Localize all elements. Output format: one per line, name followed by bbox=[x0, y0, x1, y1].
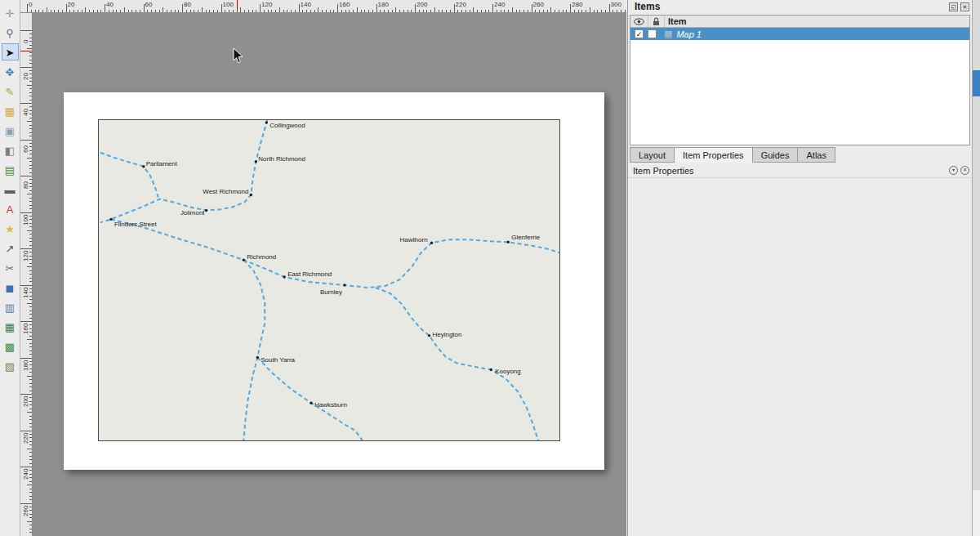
ruler-top-label: 80 bbox=[184, 1, 191, 8]
edit-nodes-icon[interactable]: ✎ bbox=[2, 83, 19, 100]
edit-table-icon[interactable]: ▨ bbox=[2, 357, 19, 374]
ruler-left-label: 120 bbox=[22, 251, 29, 261]
ruler-top-label: 60 bbox=[145, 1, 153, 8]
ruler-top-label: 280 bbox=[572, 1, 582, 8]
properties-collapse-button[interactable]: ▾ bbox=[949, 166, 958, 175]
station-label: Flinders Street bbox=[114, 221, 158, 228]
station-dot bbox=[310, 402, 312, 404]
map-item-icon: ▦ bbox=[664, 29, 672, 38]
ruler-top-label: 180 bbox=[378, 1, 389, 8]
ruler-left: 020406080100120140160180200220240260 bbox=[20, 13, 33, 536]
station-label: Jolimont bbox=[180, 209, 205, 217]
layout-page[interactable]: CollingwoodParliamentNorth RichmondWest … bbox=[64, 92, 604, 470]
ruler-top-label: 40 bbox=[106, 1, 114, 8]
ruler-left-label: 20 bbox=[22, 73, 29, 80]
tab-item-properties[interactable]: Item Properties bbox=[675, 147, 753, 163]
layout-toolbar: ✛⚲➤✥✎▦▣◧▤▬A★↗✂◼▥▦▩▨ bbox=[0, 0, 20, 536]
station-dot bbox=[205, 209, 207, 212]
items-list: ✓▦Map 1 bbox=[630, 28, 969, 40]
ruler-top-label: 120 bbox=[261, 1, 272, 8]
layout-canvas[interactable]: CollingwoodParliamentNorth RichmondWest … bbox=[33, 13, 626, 536]
station-dot bbox=[265, 121, 268, 123]
southeast-branch-line bbox=[376, 288, 538, 440]
add-arrow-icon[interactable]: ↗ bbox=[2, 239, 19, 257]
add-3d-map-icon[interactable]: ◧ bbox=[2, 141, 19, 159]
collapsed-panel-tab[interactable] bbox=[973, 70, 980, 96]
ruler-top-label: 140 bbox=[301, 1, 311, 8]
item-properties-title: Item Properties bbox=[628, 163, 972, 178]
ruler-left-label: 100 bbox=[22, 214, 29, 225]
add-legend-icon[interactable]: ▤ bbox=[2, 161, 19, 178]
ruler-left-label: 240 bbox=[22, 469, 29, 480]
pan-icon[interactable]: ✛ bbox=[2, 4, 19, 21]
right-dock-strip bbox=[972, 0, 980, 536]
ruler-top-label: 240 bbox=[494, 1, 505, 8]
item-column-header: Item bbox=[665, 16, 969, 27]
ruler-top-label: 0 bbox=[29, 1, 32, 8]
move-item-content-icon[interactable]: ✥ bbox=[2, 63, 19, 80]
station-dot bbox=[343, 284, 345, 286]
items-close-button[interactable]: ✕ bbox=[960, 2, 969, 11]
add-label-icon[interactable]: A bbox=[2, 200, 19, 217]
ruler-left-label: 220 bbox=[22, 432, 29, 443]
tab-guides[interactable]: Guides bbox=[753, 147, 799, 163]
ruler-left-label: 160 bbox=[22, 324, 29, 334]
ruler-left-label: 40 bbox=[22, 109, 29, 116]
station-label: Glenferrie bbox=[511, 234, 541, 241]
zoom-icon[interactable]: ⚲ bbox=[2, 24, 19, 41]
add-fixed-table-icon[interactable]: ▩ bbox=[2, 337, 19, 355]
ruler-top: 0204060801001201401601802002202402602803… bbox=[20, 0, 626, 13]
add-picture-icon[interactable]: ▣ bbox=[2, 122, 19, 139]
station-label: Collingwood bbox=[270, 122, 305, 129]
north-rail-line bbox=[100, 120, 267, 222]
station-dot bbox=[428, 334, 430, 337]
properties-close-button[interactable]: ✕ bbox=[960, 166, 969, 175]
station-dot bbox=[507, 241, 510, 243]
ruler-top-label: 220 bbox=[456, 1, 466, 8]
map-svg: CollingwoodParliamentNorth RichmondWest … bbox=[99, 120, 559, 440]
tab-layout[interactable]: Layout bbox=[630, 147, 675, 163]
add-node-item-icon[interactable]: ✂ bbox=[2, 259, 19, 276]
station-label: Richmond bbox=[247, 253, 276, 261]
visibility-checkbox[interactable]: ✓ bbox=[635, 29, 644, 38]
station-label: East Richmond bbox=[287, 270, 332, 278]
station-label: South Yarra bbox=[261, 356, 295, 364]
tabs-bar: LayoutItem PropertiesGuidesAtlas bbox=[630, 147, 835, 163]
tab-atlas[interactable]: Atlas bbox=[798, 147, 835, 163]
ruler-left-label: 0 bbox=[22, 40, 29, 43]
station-dot bbox=[250, 194, 252, 196]
ruler-top-label: 300 bbox=[611, 1, 621, 8]
map-item[interactable]: CollingwoodParliamentNorth RichmondWest … bbox=[98, 119, 560, 441]
station-label: Parliament bbox=[146, 160, 178, 168]
hawksburn-branch-line bbox=[257, 358, 363, 440]
station-label: Hawthorn bbox=[399, 236, 427, 243]
ruler-left-label: 140 bbox=[22, 287, 29, 297]
lock-column-header bbox=[648, 16, 665, 27]
ruler-top-label: 20 bbox=[68, 1, 75, 8]
add-shape-icon[interactable]: ◼ bbox=[2, 279, 19, 296]
ruler-left-label: 200 bbox=[22, 396, 29, 407]
ruler-top-label: 200 bbox=[416, 1, 427, 8]
lock-icon bbox=[653, 17, 660, 26]
add-html-icon[interactable]: ▥ bbox=[2, 298, 19, 315]
items-undock-button[interactable]: ◱ bbox=[949, 2, 958, 11]
item-row[interactable]: ✓▦Map 1 bbox=[630, 28, 969, 40]
lock-checkbox[interactable] bbox=[648, 29, 657, 38]
station-label: North Richmond bbox=[258, 155, 305, 163]
east-rail-line bbox=[111, 219, 559, 288]
ruler-left-label: 180 bbox=[22, 360, 29, 370]
select-icon[interactable]: ➤ bbox=[2, 43, 19, 60]
station-dot bbox=[256, 356, 259, 359]
right-dock-panel: Items ◱ ✕ Item ✓▦Map 1 bbox=[627, 0, 972, 536]
ruler-top-label: 160 bbox=[339, 1, 350, 8]
south-rail-line bbox=[243, 260, 265, 440]
ruler-top-label: 100 bbox=[223, 1, 234, 8]
station-dot bbox=[283, 275, 286, 278]
add-attribute-table-icon[interactable]: ▦ bbox=[2, 318, 19, 335]
add-scalebar-icon[interactable]: ▬ bbox=[2, 181, 19, 198]
add-marker-icon[interactable]: ★ bbox=[2, 220, 19, 237]
ruler-left-label: 80 bbox=[22, 181, 29, 189]
station-dot bbox=[109, 218, 112, 221]
add-map-icon[interactable]: ▦ bbox=[2, 102, 19, 119]
station-label: Burnley bbox=[320, 288, 342, 296]
